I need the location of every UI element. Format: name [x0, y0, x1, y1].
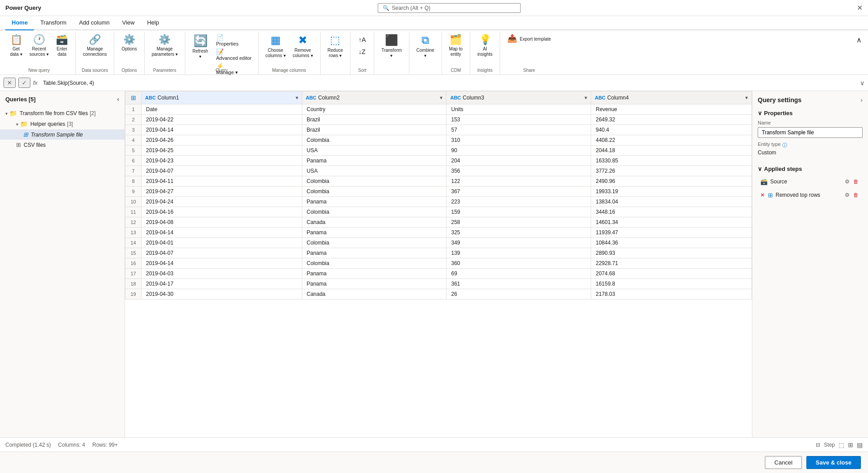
cell-c2: Colombia [302, 258, 447, 269]
ribbon-group-cdm: 🗂️ Map toentity CDM [442, 32, 471, 75]
advanced-editor-label: Advanced editor [216, 55, 252, 61]
sort-asc-button[interactable]: ↑A [356, 34, 368, 46]
options-button[interactable]: ⚙️ Options [118, 32, 140, 59]
cdm-label: CDM [442, 68, 470, 73]
tab-add-column[interactable]: Add column [73, 17, 116, 30]
recent-sources-button[interactable]: 🕐 Recentsources ▾ [26, 32, 52, 64]
row-num-cell: 17 [125, 269, 142, 279]
cell-c2: Brazil [302, 125, 447, 135]
cell-c4: 11939.47 [591, 228, 752, 238]
view-icon-2[interactable]: ⊞ [848, 441, 853, 448]
formula-delete-button[interactable]: ✕ [4, 78, 16, 88]
name-input[interactable] [758, 127, 863, 138]
ribbon-group-manage-columns: ▦ Choosecolumns ▾ ✖ Removecolumns ▾ Mana… [259, 32, 321, 75]
formula-accept-button[interactable]: ✓ [18, 78, 30, 88]
col-header-1[interactable]: ABC Column1 ▾ [142, 91, 302, 104]
col3-type-icon: ABC [450, 95, 461, 100]
folder-label: Transform file from CSV files [20, 110, 88, 116]
row-num-cell: 12 [125, 217, 142, 228]
query-settings-title: Query settings [758, 96, 801, 104]
ribbon-group-share: 📤 Export template Share [500, 32, 558, 75]
view-icon-3[interactable]: ▤ [857, 441, 863, 448]
step-removed-delete-button[interactable]: 🗑 [852, 191, 860, 199]
cell-c4: 940.4 [591, 125, 752, 135]
subfolder-count: [3] [67, 121, 73, 127]
col-header-4[interactable]: ABC Column4 ▾ [591, 91, 752, 104]
map-to-entity-button[interactable]: 🗂️ Map toentity [446, 32, 467, 64]
remove-columns-button[interactable]: ✖ Removecolumns ▾ [289, 32, 317, 66]
reduce-rows-label: Reducerows ▾ [328, 48, 343, 58]
properties-button[interactable]: 📄 Properties [213, 33, 255, 47]
manage-connections-button[interactable]: 🔗 Manageconnections [79, 32, 110, 64]
save-close-button[interactable]: Save & close [806, 456, 861, 469]
view-icon-1[interactable]: ⬚ [839, 441, 844, 448]
step-removed-top-rows[interactable]: ✕ ⊞ Removed top rows ⚙ 🗑 [758, 189, 863, 201]
enter-data-button[interactable]: 🗃️ Enterdata [52, 32, 72, 64]
cell-c1: 2019-04-08 [142, 217, 302, 228]
query-item-csv-files[interactable]: ⊞ CSV files [0, 140, 125, 150]
reduce-rows-button[interactable]: ⬚ Reducerows ▾ [324, 32, 346, 66]
col-header-3[interactable]: ABC Column3 ▾ [447, 91, 591, 104]
col4-menu-icon[interactable]: ▾ [745, 95, 748, 101]
collapse-ribbon-button[interactable]: ∧ [853, 34, 865, 51]
share-label: Share [500, 68, 558, 73]
cell-c1: 2019-04-26 [142, 135, 302, 145]
step-source-settings-button[interactable]: ⚙ [843, 178, 851, 185]
step-source[interactable]: 🗃️ Source ⚙ 🗑 [758, 176, 863, 187]
advanced-editor-button[interactable]: 📝 Advanced editor [213, 47, 255, 62]
cell-c4: 2649.32 [591, 115, 752, 125]
col1-menu-icon[interactable]: ▾ [296, 95, 298, 101]
cell-c1: 2019-04-30 [142, 289, 302, 299]
expand-settings-button[interactable]: › [860, 96, 863, 104]
step-removed-settings-button[interactable]: ⚙ [843, 191, 851, 199]
table-row: 10 2019-04-24 Panama 223 13834.04 [125, 197, 752, 207]
subfolder-helper-queries[interactable]: ▾ 📁 Helper queries [3] [0, 119, 125, 129]
table-row: 4 2019-04-26 Colombia 310 4408.22 [125, 135, 752, 145]
entity-type-info-icon: ⓘ [782, 142, 787, 149]
refresh-button[interactable]: 🔄 Refresh▾ [189, 32, 212, 66]
formula-input[interactable] [43, 80, 857, 86]
combine-button[interactable]: ⧉ Combine▾ [413, 32, 438, 66]
cell-c1: 2019-04-27 [142, 187, 302, 197]
cell-c1: 2019-04-07 [142, 248, 302, 258]
properties-section: ∨ Properties Name Entity type ⓘ Custom [758, 110, 863, 159]
col2-menu-icon[interactable]: ▾ [440, 95, 442, 101]
table-body: 1 Date Country Units Revenue 2 2019-04-2… [125, 104, 752, 299]
ai-insights-button[interactable]: 💡 AIinsights [474, 32, 496, 64]
transform-button[interactable]: ⬛ Transform▾ [378, 32, 405, 66]
collapse-queries-button[interactable]: ‹ [117, 95, 119, 103]
step-source-delete-button[interactable]: 🗑 [852, 178, 860, 185]
ribbon-group-query: 🔄 Refresh▾ 📄 Properties 📝 Advanced edito… [185, 32, 259, 75]
query-item-transform-sample[interactable]: ⊞ Transform Sample file [0, 129, 125, 140]
sort-desc-icon: ↓Z [359, 48, 366, 55]
data-grid[interactable]: ⊞ ABC Column1 ▾ [125, 91, 752, 437]
tab-home[interactable]: Home [5, 17, 34, 30]
fx-label: fx [33, 79, 38, 86]
step-source-icon: 🗃️ [760, 178, 768, 185]
table-row: 12 2019-04-08 Canada 258 14601.34 [125, 217, 752, 228]
row-num-cell: 2 [125, 115, 142, 125]
col3-menu-icon[interactable]: ▾ [584, 95, 587, 101]
close-icon[interactable]: ✕ [857, 4, 863, 12]
manage-columns-label: Manage columns [259, 68, 320, 73]
choose-columns-icon: ▦ [271, 34, 281, 47]
map-to-entity-label: Map toentity [449, 46, 463, 57]
manage-parameters-button[interactable]: ⚙️ Manageparameters ▾ [148, 32, 181, 64]
formula-expand-button[interactable]: ∨ [860, 79, 864, 87]
tab-view[interactable]: View [116, 17, 141, 30]
cell-c1: 2019-04-22 [142, 115, 302, 125]
export-template-button[interactable]: 📤 Export template [504, 32, 555, 52]
subfolder-label: Helper queries [30, 121, 65, 127]
get-data-button[interactable]: 📋 Getdata ▾ [6, 32, 26, 64]
manage-connections-label: Manageconnections [83, 46, 107, 57]
tab-help[interactable]: Help [141, 17, 165, 30]
choose-columns-button[interactable]: ▦ Choosecolumns ▾ [262, 32, 289, 66]
cell-c3: 325 [447, 228, 591, 238]
search-box[interactable]: 🔍 Search (Alt + Q) [378, 3, 521, 13]
sort-desc-button[interactable]: ↓Z [356, 46, 368, 58]
folder-transform-file[interactable]: ▾ 📁 Transform file from CSV files [2] [0, 108, 125, 119]
ribbon-group-data-sources: 🔗 Manageconnections Data sources [76, 32, 114, 75]
col-header-2[interactable]: ABC Column2 ▾ [302, 91, 447, 104]
tab-transform[interactable]: Transform [34, 17, 73, 30]
cancel-button[interactable]: Cancel [765, 456, 801, 469]
